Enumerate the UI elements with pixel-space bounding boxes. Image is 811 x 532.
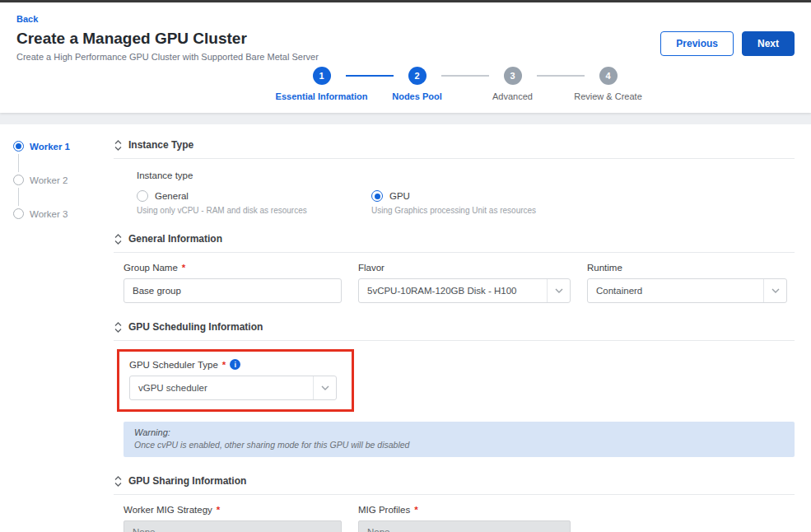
gpu-scheduler-type-select[interactable]: vGPU scheduler xyxy=(129,376,337,400)
radio-unselected-icon[interactable] xyxy=(137,190,148,202)
field-label: Flavor xyxy=(358,263,385,273)
step-review-create[interactable]: 4 Review & Create xyxy=(567,67,650,101)
sidebar-item-worker-2[interactable]: Worker 2 xyxy=(13,175,92,185)
selected-value: Containerd xyxy=(596,286,642,296)
radio-unselected-icon xyxy=(13,175,24,185)
annotation-highlight: GPU Scheduler Type * i vGPU scheduler xyxy=(117,349,354,412)
radio-label: General xyxy=(155,191,189,201)
chevron-down-icon xyxy=(547,279,570,302)
title-block: Create a Managed GPU Cluster Create a Hi… xyxy=(16,30,319,62)
flavor-field: Flavor 5vCPU-10RAM-120GB Disk - H100 xyxy=(358,263,571,303)
collapse-icon[interactable] xyxy=(114,140,123,151)
workers-sidebar: Worker 1 Worker 2 Worker 3 xyxy=(13,139,92,532)
radio-selected-icon xyxy=(13,141,24,152)
worker-label: Worker 3 xyxy=(30,209,68,219)
radio-selected-icon[interactable] xyxy=(371,190,383,202)
page-title: Create a Managed GPU Cluster xyxy=(16,30,319,48)
sidebar-connector-line xyxy=(18,154,19,172)
group-name-field: Group Name * xyxy=(124,263,342,303)
section-divider xyxy=(114,158,795,159)
radio-option-gpu[interactable]: GPU Using Graphics processing Unit as re… xyxy=(371,190,795,215)
section-gpu-sharing-header[interactable]: GPU Sharing Information xyxy=(114,475,795,487)
content-area: Worker 1 Worker 2 Worker 3 Instance Type… xyxy=(0,124,811,532)
selected-value: vGPU scheduler xyxy=(138,383,207,393)
section-general-information: General Information Group Name * Flavor xyxy=(114,233,795,303)
field-label: GPU Scheduler Type xyxy=(129,360,218,370)
worker-label: Worker 2 xyxy=(30,175,68,185)
sidebar-item-worker-3[interactable]: Worker 3 xyxy=(13,208,92,219)
required-asterisk: * xyxy=(414,505,417,515)
radio-label: GPU xyxy=(389,191,410,201)
page-subtitle: Create a High Performance GPU Cluster wi… xyxy=(16,52,319,62)
runtime-select[interactable]: Containerd xyxy=(587,278,787,303)
collapse-icon[interactable] xyxy=(114,322,123,333)
wizard-stepper: 1 Essential Information 2 Nodes Pool 3 A… xyxy=(281,67,650,101)
collapse-icon[interactable] xyxy=(114,234,123,245)
section-divider xyxy=(114,340,795,341)
mig-profiles-field: MIG Profiles * None xyxy=(358,505,571,532)
page-header: Back Create a Managed GPU Cluster Create… xyxy=(0,2,811,113)
sidebar-item-worker-1[interactable]: Worker 1 xyxy=(13,141,92,152)
instance-type-label: Instance type xyxy=(137,170,795,180)
warning-banner: Warning: Once cvPU is enabled, other sha… xyxy=(124,422,795,457)
section-title: GPU Scheduling Information xyxy=(128,321,263,333)
radio-description: Using Graphics processing Unit as resour… xyxy=(371,206,795,215)
step-label: Essential Information xyxy=(276,91,368,101)
sidebar-connector-line xyxy=(18,188,19,206)
runtime-field: Runtime Containerd xyxy=(587,263,787,303)
mig-profiles-input: None xyxy=(358,520,571,532)
main-form: Instance Type Instance type General Usin… xyxy=(92,139,795,532)
section-instance-type: Instance Type Instance type General Usin… xyxy=(114,139,795,215)
section-instance-type-header[interactable]: Instance Type xyxy=(114,139,795,151)
collapse-icon[interactable] xyxy=(114,476,123,487)
step-circle: 1 xyxy=(313,67,331,85)
worker-label: Worker 1 xyxy=(30,142,70,152)
field-label: Group Name xyxy=(124,263,178,273)
radio-description: Using only vCPU - RAM and disk as resour… xyxy=(137,206,355,215)
section-title: General Information xyxy=(128,233,222,245)
step-label: Review & Create xyxy=(574,91,642,101)
radio-option-general[interactable]: General Using only vCPU - RAM and disk a… xyxy=(137,190,355,215)
step-circle: 2 xyxy=(408,67,426,85)
back-link[interactable]: Back xyxy=(16,14,38,24)
field-label: MIG Profiles xyxy=(358,505,410,515)
section-title: GPU Sharing Information xyxy=(128,475,246,487)
step-circle: 4 xyxy=(599,67,618,85)
step-label: Nodes Pool xyxy=(392,91,442,101)
section-gpu-scheduling: GPU Scheduling Information GPU Scheduler… xyxy=(114,321,795,457)
field-label: Worker MIG Strategy xyxy=(124,505,212,515)
flavor-select[interactable]: 5vCPU-10RAM-120GB Disk - H100 xyxy=(358,278,571,303)
step-nodes-pool[interactable]: 2 Nodes Pool xyxy=(376,67,459,101)
section-title: Instance Type xyxy=(128,139,193,151)
required-asterisk: * xyxy=(222,360,226,370)
next-button[interactable]: Next xyxy=(742,31,795,56)
section-general-information-header[interactable]: General Information xyxy=(114,233,795,245)
group-name-input[interactable] xyxy=(124,278,342,303)
chevron-down-icon xyxy=(313,376,336,399)
section-gpu-sharing: GPU Sharing Information Worker MIG Strat… xyxy=(114,475,795,532)
worker-mig-strategy-field: Worker MIG Strategy * None xyxy=(124,505,342,532)
step-circle: 3 xyxy=(504,67,522,85)
required-asterisk: * xyxy=(182,263,185,273)
info-icon[interactable]: i xyxy=(230,359,240,370)
worker-mig-strategy-input: None xyxy=(124,520,342,532)
step-label: Advanced xyxy=(492,91,533,101)
section-divider xyxy=(114,494,795,495)
section-gpu-scheduling-header[interactable]: GPU Scheduling Information xyxy=(114,321,795,333)
required-asterisk: * xyxy=(217,505,220,515)
field-label: Runtime xyxy=(587,263,622,273)
previous-button[interactable]: Previous xyxy=(660,31,734,56)
step-essential-information[interactable]: 1 Essential Information xyxy=(281,67,363,101)
warning-title: Warning: xyxy=(134,427,784,437)
section-divider xyxy=(114,252,795,253)
chevron-down-icon xyxy=(763,279,786,302)
header-actions: Previous Next xyxy=(660,31,795,56)
selected-value: 5vCPU-10RAM-120GB Disk - H100 xyxy=(367,286,517,296)
radio-unselected-icon xyxy=(13,208,24,219)
step-advanced[interactable]: 3 Advanced xyxy=(472,67,554,101)
warning-text: Once cvPU is enabled, other sharing mode… xyxy=(134,440,784,450)
